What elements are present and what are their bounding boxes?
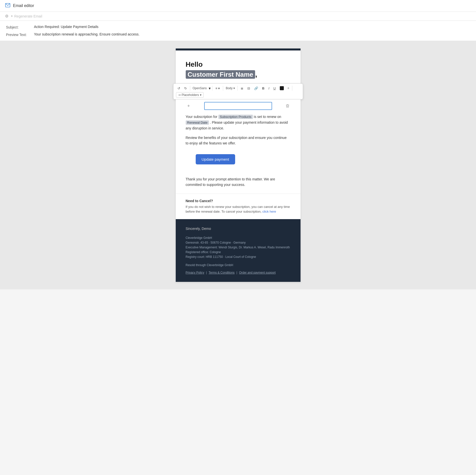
toolbar-separator-2	[212, 86, 212, 91]
color-swatch	[280, 86, 284, 90]
bold-button[interactable]: B	[261, 85, 266, 91]
footer-sincerely: Sincerely, Demo	[186, 227, 291, 231]
unordered-list-button[interactable]: ≣	[239, 85, 245, 91]
preview-value[interactable]: Your subscription renewal is approaching…	[34, 32, 140, 36]
email-customer-line: Customer First Name,	[186, 70, 291, 78]
editor-toolbar: ⚙ ✦ Regenerate Email	[0, 12, 476, 21]
editable-row-inner: +	[186, 102, 291, 110]
cancel-section: Need to Cancel? If you do not wish to re…	[176, 194, 301, 219]
editable-input[interactable]	[204, 102, 272, 110]
email-preview-wrapper: Hello Customer First Name, ↺ ↻ OpenSans …	[0, 41, 476, 289]
order-support-link[interactable]: Order and payment support	[239, 271, 276, 274]
update-payment-button[interactable]: Update payment	[196, 154, 235, 164]
email-container: Hello Customer First Name,	[176, 48, 301, 83]
app-title: Email editor	[13, 3, 34, 8]
email-footer: Sincerely, Demo Cleverbridge GmbH Gereon…	[176, 219, 301, 282]
body-text-is-set: is set to renew on	[254, 115, 281, 119]
greeting-comma: ,	[255, 70, 257, 78]
footer-company-name: Cleverbridge GmbH	[186, 236, 291, 240]
regenerate-label: Regenerate Email	[14, 14, 42, 18]
email-body-container: + Your subscription for Subscription Pro…	[176, 99, 301, 282]
align-button[interactable]: ≡ ▾	[214, 85, 221, 91]
editable-row: +	[176, 99, 301, 110]
subject-row: Subject: Action Required: Update Payment…	[6, 25, 470, 29]
renewal-date-placeholder: Renewal Date	[186, 120, 209, 125]
body-paragraph-2: Review the benefits of your subscription…	[186, 135, 291, 146]
more-options-button[interactable]: +	[286, 85, 291, 91]
footer-executive: Executive Management: Wendi Sturgis, Dr.…	[186, 245, 291, 250]
toolbar-separator-5	[292, 86, 292, 91]
footer-separator-1: |	[206, 271, 207, 274]
email-hello: Hello	[186, 60, 291, 68]
footer-address: Gereonstr. 43-65 · 50670 Cologne · Germa…	[186, 240, 291, 245]
underline-button[interactable]: U	[272, 85, 277, 91]
email-body-paragraph-1: Your subscription for Subscription Produ…	[176, 110, 301, 154]
style-selector[interactable]: Body ▾	[225, 86, 236, 90]
delete-block-button[interactable]	[285, 103, 291, 109]
toolbar-separator-4	[237, 86, 238, 91]
subject-label: Subject:	[6, 25, 31, 29]
preview-label: Preview Text:	[6, 32, 31, 37]
sparkle-icon: ✦	[10, 14, 13, 18]
settings-icon[interactable]: ⚙	[5, 14, 8, 18]
footer-links: Privacy Policy | Terms & Conditions | Or…	[186, 271, 291, 274]
undo-button[interactable]: ↺	[176, 85, 182, 91]
meta-section: Subject: Action Required: Update Payment…	[0, 21, 476, 41]
terms-conditions-link[interactable]: Terms & Conditions	[209, 271, 235, 274]
color-picker-button[interactable]	[278, 85, 285, 91]
toolbar-separator-3	[223, 86, 223, 91]
customer-name-placeholder: Customer First Name	[186, 70, 255, 79]
footer-registered: Registered office: Cologne	[186, 250, 291, 255]
email-greeting: Hello Customer First Name,	[176, 50, 301, 83]
rich-text-toolbar: ↺ ↻ OpenSans ▾ ≡ ▾ Body ▾ ≣ ⊟ 🔗 B I U + …	[173, 83, 303, 99]
ordered-list-button[interactable]: ⊟	[246, 85, 252, 91]
footer-resold: Resold through Cleverbridge GmbH	[186, 263, 291, 267]
privacy-policy-link[interactable]: Privacy Policy	[186, 271, 204, 274]
footer-registry: Registry court: HRB 111750 · Local Court…	[186, 255, 291, 259]
link-button[interactable]: 🔗	[253, 85, 260, 91]
app-header: Email editor	[0, 0, 476, 12]
placeholders-label: Placeholders	[182, 93, 199, 97]
cancel-text: If you do not wish to renew your subscri…	[186, 204, 291, 214]
toolbar-separator-1	[190, 86, 190, 91]
email-icon	[5, 2, 10, 9]
footer-separator-2: |	[236, 271, 237, 274]
email-closing: Thank you for your prompt attention to t…	[176, 173, 301, 194]
placeholders-button[interactable]: ⇒ Placeholders ▾	[176, 92, 204, 98]
font-chevron[interactable]: ▾	[209, 86, 211, 91]
regenerate-button[interactable]: ✦ Regenerate Email	[10, 14, 42, 18]
update-payment-section: Update payment	[176, 154, 301, 173]
subject-value[interactable]: Action Required: Update Payment Details	[34, 25, 98, 29]
preview-row: Preview Text: Your subscription renewal …	[6, 32, 470, 37]
cancel-link[interactable]: click here	[262, 210, 276, 213]
subscription-products-placeholder: Subscription Products	[218, 115, 253, 119]
body-text-before: Your subscription for	[186, 115, 217, 119]
redo-button[interactable]: ↻	[183, 85, 188, 91]
email-header-bar	[176, 48, 301, 50]
italic-button[interactable]: I	[267, 85, 271, 91]
add-block-button[interactable]: +	[186, 103, 192, 109]
font-selector[interactable]: OpenSans	[192, 86, 208, 90]
cancel-title: Need to Cancel?	[186, 199, 291, 203]
placeholder-icon: ⇒	[178, 93, 181, 97]
placeholders-chevron: ▾	[200, 93, 201, 97]
footer-company-info: Cleverbridge GmbH Gereonstr. 43-65 · 506…	[186, 236, 291, 260]
